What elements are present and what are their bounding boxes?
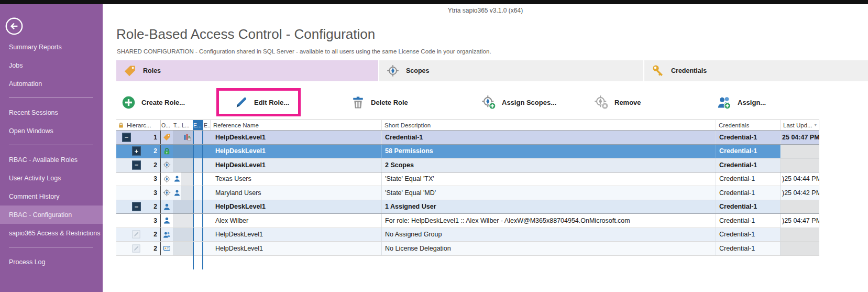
last-updated: )25 04:42 PM: [782, 189, 819, 197]
reference-name: HelpDeskLevel1: [215, 134, 266, 141]
users-icon: [163, 231, 171, 239]
sidebar-item-label: Recent Sessions: [9, 109, 58, 116]
short-description-cell: Credential-1: [381, 131, 716, 144]
link-icon-cell: [181, 172, 193, 186]
table-row-9[interactable]: 2HelpDeskLevel1No License DelegationCred…: [116, 242, 819, 256]
type-icon-cell: [173, 145, 181, 158]
column-header-link[interactable]: L...: [181, 120, 193, 130]
toolbar-button-label: Delete Role: [371, 99, 408, 106]
scope-icon: [163, 161, 171, 169]
column-header-label: L...: [182, 122, 190, 128]
extra-column-cell: [203, 186, 210, 200]
column-header-credentials[interactable]: Credentials: [716, 120, 780, 130]
last-updated: 25 04:47 PM: [782, 134, 819, 141]
link-icon-cell: [181, 200, 193, 214]
short-description: 'State' Equal 'TX': [385, 175, 434, 182]
short-description-cell: No Assigned Group: [381, 228, 716, 242]
expand-button[interactable]: +: [132, 147, 141, 156]
key-icon: [652, 64, 664, 77]
column-header-extra[interactable]: E...: [203, 120, 210, 130]
sidebar-item-rbac-available-roles[interactable]: RBAC - Available Roles: [0, 150, 103, 169]
column-header-reference-name[interactable]: Reference Name: [210, 120, 381, 130]
table-row-1[interactable]: −1HelpDeskLevel1Credential-1Credential-1…: [116, 131, 819, 145]
tag-icon: [163, 133, 171, 141]
table-row-4[interactable]: 3Texas Users'State' Equal 'TX'Credential…: [116, 172, 819, 187]
hierarchy-level: 3: [153, 175, 157, 182]
table-row-2[interactable]: +2HelpDeskLevel158 PermissionsCredential…: [116, 145, 819, 159]
object-icon-cell: [161, 158, 173, 172]
reference-name-cell: HelpDeskLevel1: [210, 242, 381, 255]
remove-scope-button[interactable]: Remove: [595, 94, 641, 110]
column-header-short-description[interactable]: Short Description: [381, 120, 716, 130]
selected-column-cell: [193, 145, 203, 158]
hierarchy-level: 2: [153, 161, 157, 169]
credentials-cell: Credential-1: [716, 158, 780, 172]
assign-scopes-button[interactable]: Assign Scopes...: [482, 94, 556, 110]
edit-role-button[interactable]: Edit Role...: [216, 88, 301, 116]
sidebar-item-recent-sessions[interactable]: Recent Sessions: [0, 103, 103, 122]
sidebar-item-label: Process Log: [9, 258, 45, 266]
table-row-7[interactable]: 3Alex WilberFor role: HelpDeskLevel1 :: …: [116, 214, 819, 228]
sidebar-nav: Summary ReportsJobsAutomationRecent Sess…: [0, 38, 103, 271]
reference-name: HelpDeskLevel1: [215, 203, 266, 210]
column-header-selected[interactable]: E...: [193, 120, 203, 130]
delete-role-button[interactable]: Delete Role: [351, 94, 408, 110]
tab-label: Scopes: [406, 67, 429, 74]
hierarchy-level: 3: [153, 189, 157, 197]
column-header-last-updated[interactable]: Last Upd...▾: [780, 120, 819, 130]
extra-column-cell: [203, 242, 210, 255]
sidebar-item-user-activity-logs[interactable]: User Activity Logs: [0, 169, 103, 187]
tab-scopes[interactable]: Scopes: [379, 60, 643, 81]
user-icon: [163, 217, 171, 224]
reference-name: Alex Wilber: [215, 217, 248, 224]
last-updated: )25 04:47 PM: [782, 217, 819, 224]
hierarchy-level: 1: [153, 134, 157, 141]
table-header: Hierarc...O...T...L...E...E...Reference …: [116, 120, 819, 131]
scope-icon: [387, 64, 399, 77]
column-header-object[interactable]: O...: [161, 120, 173, 130]
assign-user-button[interactable]: Assign...: [718, 94, 766, 110]
collapse-button[interactable]: −: [122, 133, 131, 142]
hierarchy-cell: −1: [116, 131, 161, 144]
reference-name: HelpDeskLevel1: [215, 245, 263, 252]
table-row-6[interactable]: −2HelpDeskLevel11 Assigned UserCredentia…: [116, 200, 819, 214]
short-description-cell: 1 Assigned User: [381, 200, 716, 214]
column-header-type[interactable]: T...: [173, 120, 181, 130]
collapse-button[interactable]: −: [132, 202, 141, 211]
sidebar-item-comment-history[interactable]: Comment History: [0, 187, 103, 206]
short-description: No Assigned Group: [385, 231, 442, 238]
table-row-3[interactable]: −2HelpDeskLevel12 ScopesCredential-1: [116, 158, 819, 172]
sidebar-item-jobs[interactable]: Jobs: [0, 56, 103, 74]
sidebar-item-process-log[interactable]: Process Log: [0, 253, 103, 271]
sidebar-item-open-windows[interactable]: Open Windows: [0, 122, 103, 140]
sidebar-item-automation[interactable]: Automation: [0, 74, 103, 93]
reference-name: HelpDeskLevel1: [215, 231, 263, 238]
type-icon-cell: [173, 186, 181, 200]
link-icon-cell: [181, 145, 193, 158]
table-row-8[interactable]: 2HelpDeskLevel1No Assigned GroupCredenti…: [116, 228, 819, 242]
link-icon-cell: [181, 228, 193, 242]
credentials: Credential-1: [719, 161, 757, 169]
table-row-5[interactable]: 3Maryland Users'State' Equal 'MD'Credent…: [116, 186, 819, 200]
hierarchy-level: 2: [153, 147, 157, 155]
lock-icon: [118, 122, 124, 128]
main-panel: Ytria sapio365 v3.1.0 (x64) Role-Based A…: [103, 4, 868, 292]
create-role-button[interactable]: Create Role...: [122, 94, 185, 110]
sidebar-item-label: Comment History: [9, 193, 60, 200]
credentials-cell: Credential-1: [716, 145, 780, 158]
back-button[interactable]: [5, 17, 24, 36]
tab-roles[interactable]: Roles: [116, 60, 378, 81]
extra-column-cell: [203, 172, 210, 186]
collapse-button[interactable]: −: [132, 160, 141, 169]
last-updated-cell: )25 04:47 PM: [780, 214, 819, 228]
column-header-hierarchy[interactable]: Hierarc...: [116, 120, 161, 130]
hierarchy-cell: 3: [116, 172, 161, 186]
tab-credentials[interactable]: Credentials: [644, 60, 868, 81]
sidebar-item-summary-reports[interactable]: Summary Reports: [0, 38, 103, 56]
sidebar-item-sapio365-access-restrictions[interactable]: sapio365 Access & Restrictions: [0, 224, 103, 242]
sidebar-item-rbac-configuration[interactable]: RBAC - Configuration: [0, 206, 103, 224]
reference-name: HelpDeskLevel1: [215, 161, 266, 169]
short-description: 58 Permissions: [385, 147, 433, 155]
credentials: Credential-1: [719, 175, 755, 182]
short-description-cell: 58 Permissions: [381, 145, 716, 158]
